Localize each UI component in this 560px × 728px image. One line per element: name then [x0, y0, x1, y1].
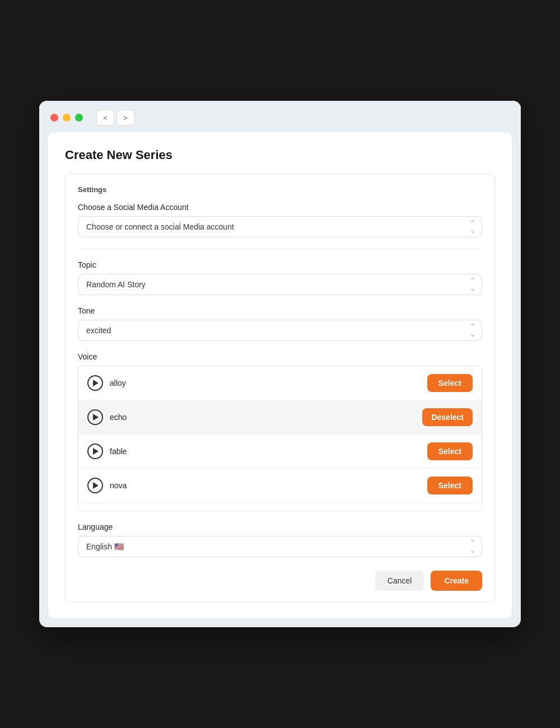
settings-card: Settings Choose a Social Media Account C…: [65, 174, 495, 603]
create-button[interactable]: Create: [431, 571, 482, 591]
voice-field-group: Voice alloy Select: [78, 352, 482, 511]
footer-actions: Cancel Create: [78, 571, 482, 591]
voice-item-fable: fable Select: [78, 435, 482, 469]
voice-name-fable: fable: [110, 447, 127, 456]
voice-label: Voice: [78, 352, 482, 361]
content-area: Create New Series Settings Choose a Soci…: [48, 132, 512, 618]
cancel-button[interactable]: Cancel: [375, 571, 424, 591]
play-button-fable[interactable]: [87, 444, 103, 459]
social-media-field-group: Choose a Social Media Account Choose or …: [78, 203, 482, 237]
select-button-alloy[interactable]: Select: [427, 374, 473, 392]
back-button[interactable]: <: [96, 110, 114, 125]
voice-item-onyx: onyx Select: [78, 503, 482, 511]
play-triangle-icon: [93, 380, 99, 386]
tone-label: Tone: [78, 306, 482, 315]
voice-left-nova: nova: [87, 478, 127, 493]
voice-left-alloy: alloy: [87, 375, 126, 391]
page-title: Create New Series: [65, 148, 495, 162]
language-select[interactable]: English 🇺🇸: [78, 536, 482, 557]
voice-item-echo: echo Deselect: [78, 400, 482, 435]
forward-button[interactable]: >: [116, 110, 134, 125]
language-select-wrapper: English 🇺🇸 ⌃⌄: [78, 536, 482, 557]
topic-field-group: Topic Random AI Story ⌃⌄: [78, 260, 482, 295]
maximize-button[interactable]: [75, 114, 83, 122]
topic-select[interactable]: Random AI Story: [78, 274, 482, 295]
play-button-alloy[interactable]: [87, 375, 103, 391]
social-media-label: Choose a Social Media Account: [78, 203, 482, 212]
close-button[interactable]: [50, 114, 58, 122]
titlebar: < >: [39, 101, 521, 132]
divider-1: [78, 249, 482, 249]
voice-list: alloy Select echo Deselect: [78, 366, 482, 511]
voice-item-nova: nova Select: [78, 469, 482, 503]
voice-name-nova: nova: [110, 481, 127, 490]
play-button-echo[interactable]: [87, 409, 103, 425]
play-triangle-icon-echo: [93, 414, 99, 421]
play-triangle-icon-nova: [93, 482, 99, 489]
social-media-select[interactable]: Choose or connect a social Media account: [78, 216, 482, 237]
select-button-fable[interactable]: Select: [427, 442, 473, 460]
play-triangle-icon-fable: [93, 448, 99, 455]
tone-select[interactable]: excited: [78, 320, 482, 341]
language-label: Language: [78, 522, 482, 531]
topic-label: Topic: [78, 260, 482, 269]
social-media-select-wrapper: Choose or connect a social Media account…: [78, 216, 482, 237]
deselect-button-echo[interactable]: Deselect: [422, 408, 473, 426]
voice-item-alloy: alloy Select: [78, 366, 482, 400]
topic-select-wrapper: Random AI Story ⌃⌄: [78, 274, 482, 295]
select-button-nova[interactable]: Select: [427, 477, 473, 494]
language-field-group: Language English 🇺🇸 ⌃⌄: [78, 522, 482, 557]
minimize-button[interactable]: [63, 114, 71, 122]
select-button-onyx[interactable]: Select: [427, 511, 473, 511]
voice-left-fable: fable: [87, 444, 127, 459]
app-window: < > Create New Series Settings Choose a …: [39, 101, 521, 627]
settings-section-label: Settings: [78, 185, 482, 194]
traffic-lights: [50, 114, 83, 122]
tone-field-group: Tone excited ⌃⌄: [78, 306, 482, 341]
play-button-nova[interactable]: [87, 478, 103, 493]
nav-buttons: < >: [96, 110, 134, 125]
voice-left-echo: echo: [87, 409, 127, 425]
tone-select-wrapper: excited ⌃⌄: [78, 320, 482, 341]
voice-name-echo: echo: [110, 413, 127, 422]
voice-name-alloy: alloy: [110, 379, 126, 388]
